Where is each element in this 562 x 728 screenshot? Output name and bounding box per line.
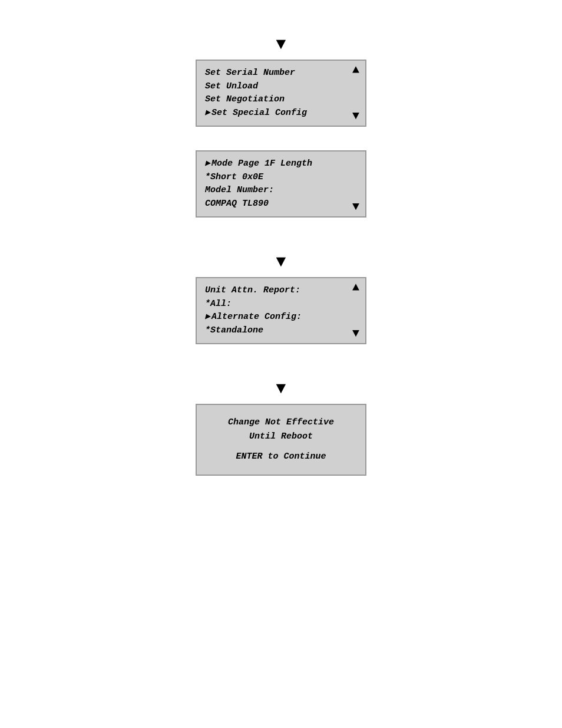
notification-spacer — [205, 444, 357, 450]
notification-line-2: Until Reboot — [205, 430, 357, 444]
notification-line-1: Change Not Effective — [205, 416, 357, 430]
section-3: ▼ Unit Attn. Report: *All: Alternate Con… — [0, 253, 562, 344]
section-4: ▼ Change Not Effective Until Reboot ENTE… — [0, 380, 562, 476]
menu-item-model-number[interactable]: Model Number: — [205, 184, 357, 197]
menu-item-set-unload[interactable]: Set Unload — [205, 80, 357, 94]
menu-item-set-serial-number[interactable]: Set Serial Number — [205, 67, 357, 80]
menu-item-set-negotiation[interactable]: Set Negotiation — [205, 93, 357, 107]
menu-item-compaq[interactable]: COMPAQ TL890 — [205, 197, 357, 211]
menu-item-standalone[interactable]: *Standalone — [205, 324, 357, 338]
section-1: ▼ Set Serial Number Set Unload Set Negot… — [0, 35, 562, 127]
menu-content-3: Unit Attn. Report: *All: Alternate Confi… — [205, 284, 357, 337]
notification-box: Change Not Effective Until Reboot ENTER … — [196, 404, 366, 476]
up-arrow-3[interactable]: ▲ — [352, 282, 359, 294]
section-2: Mode Page 1F Length *Short 0x0E Model Nu… — [0, 150, 562, 218]
menu-content-2: Mode Page 1F Length *Short 0x0E Model Nu… — [205, 157, 357, 210]
menu-item-all[interactable]: *All: — [205, 298, 357, 311]
down-arrow-2[interactable]: ▼ — [352, 201, 359, 213]
down-arrow-3[interactable]: ▼ — [352, 328, 359, 340]
menu-item-mode-page[interactable]: Mode Page 1F Length — [205, 157, 357, 171]
nav-arrows-1: ▲ ▼ — [352, 64, 359, 122]
up-arrow-1[interactable]: ▲ — [352, 64, 359, 76]
page-container: ▼ Set Serial Number Set Unload Set Negot… — [0, 0, 562, 728]
menu-item-set-special-config[interactable]: Set Special Config — [205, 107, 357, 120]
menu-box-2: Mode Page 1F Length *Short 0x0E Model Nu… — [196, 150, 366, 218]
menu-box-3: Unit Attn. Report: *All: Alternate Confi… — [196, 277, 366, 344]
top-arrow-3: ▼ — [276, 253, 286, 271]
menu-item-short[interactable]: *Short 0x0E — [205, 171, 357, 185]
nav-arrows-2: ▼ — [352, 155, 359, 213]
top-arrow-1: ▼ — [276, 35, 286, 54]
notification-line-3[interactable]: ENTER to Continue — [205, 450, 357, 464]
menu-content-1: Set Serial Number Set Unload Set Negotia… — [205, 67, 357, 120]
menu-box-1: Set Serial Number Set Unload Set Negotia… — [196, 60, 366, 127]
down-arrow-1[interactable]: ▼ — [352, 110, 359, 122]
top-arrow-4: ▼ — [276, 380, 286, 398]
nav-arrows-3: ▲ ▼ — [352, 282, 359, 340]
menu-item-alternate-config[interactable]: Alternate Config: — [205, 311, 357, 324]
menu-item-unit-attn[interactable]: Unit Attn. Report: — [205, 284, 357, 298]
